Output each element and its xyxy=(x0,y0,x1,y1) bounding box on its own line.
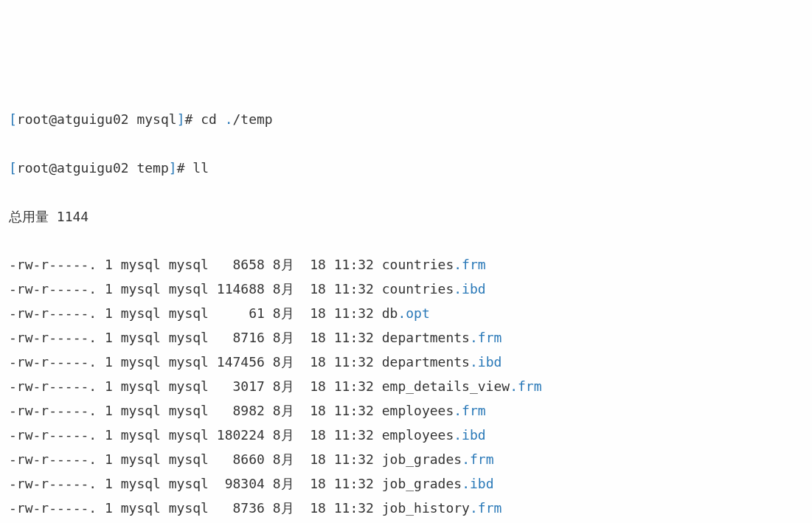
at-symbol: @ xyxy=(49,160,57,176)
file-group: mysql xyxy=(161,281,209,297)
file-time: 11:32 xyxy=(326,451,374,467)
file-links: 1 xyxy=(97,451,113,467)
file-row: -rw-r-----. 1 mysql mysql 8660 8月 18 11:… xyxy=(9,448,803,472)
file-month: 8月 xyxy=(265,403,294,418)
file-permissions: -rw-r-----. xyxy=(9,305,97,321)
file-owner: mysql xyxy=(113,330,161,345)
file-size: 8736 xyxy=(209,500,265,516)
file-day: 18 xyxy=(294,281,326,297)
file-extension: .frm xyxy=(510,378,541,394)
file-extension: .ibd xyxy=(462,476,493,491)
file-time: 11:32 xyxy=(326,378,374,394)
file-month: 8月 xyxy=(265,257,294,272)
file-time: 11:32 xyxy=(326,257,374,272)
file-group: mysql xyxy=(161,427,209,443)
file-size: 8982 xyxy=(209,403,265,418)
file-permissions: -rw-r-----. xyxy=(9,330,97,345)
file-links: 1 xyxy=(97,354,113,370)
prompt-line-1: [root@atguigu02 mysql]# cd ./temp xyxy=(9,108,803,132)
file-owner: mysql xyxy=(113,305,161,321)
file-time: 11:32 xyxy=(326,330,374,345)
file-name: countries xyxy=(374,281,454,297)
file-owner: mysql xyxy=(113,476,161,491)
file-listing: -rw-r-----. 1 mysql mysql 8658 8月 18 11:… xyxy=(9,253,803,523)
prompt-dir: temp xyxy=(136,160,168,176)
file-time: 11:32 xyxy=(326,500,374,516)
file-day: 18 xyxy=(294,378,326,394)
prompt-host: atguigu02 xyxy=(57,160,129,176)
file-size: 147456 xyxy=(209,354,265,370)
file-row: -rw-r-----. 1 mysql mysql 3017 8月 18 11:… xyxy=(9,375,803,399)
prompt-host: atguigu02 xyxy=(57,111,129,127)
file-month: 8月 xyxy=(265,378,294,394)
file-month: 8月 xyxy=(265,305,294,321)
file-owner: mysql xyxy=(113,403,161,418)
file-day: 18 xyxy=(294,403,326,418)
bracket-close: ] xyxy=(169,160,177,176)
file-permissions: -rw-r-----. xyxy=(9,378,97,394)
file-permissions: -rw-r-----. xyxy=(9,403,97,418)
file-month: 8月 xyxy=(265,330,294,345)
file-row: -rw-r-----. 1 mysql mysql 114688 8月 18 1… xyxy=(9,277,803,302)
file-permissions: -rw-r-----. xyxy=(9,451,97,467)
file-permissions: -rw-r-----. xyxy=(9,257,97,272)
bracket-close: ] xyxy=(177,111,185,127)
file-size: 180224 xyxy=(209,427,265,443)
file-extension: .ibd xyxy=(470,354,502,370)
file-name: db xyxy=(374,305,398,321)
file-owner: mysql xyxy=(113,427,161,443)
file-month: 8月 xyxy=(265,427,294,443)
file-row: -rw-r-----. 1 mysql mysql 61 8月 18 11:32… xyxy=(9,302,803,326)
file-size: 3017 xyxy=(209,378,265,394)
file-time: 11:32 xyxy=(326,476,374,491)
file-size: 8658 xyxy=(209,257,265,272)
file-time: 11:32 xyxy=(326,281,374,297)
file-time: 11:32 xyxy=(326,427,374,443)
file-name: countries xyxy=(374,257,454,272)
file-links: 1 xyxy=(97,403,113,418)
file-size: 8716 xyxy=(209,330,265,345)
file-extension: .ibd xyxy=(454,427,485,443)
file-size: 98304 xyxy=(209,476,265,491)
file-row: -rw-r-----. 1 mysql mysql 8658 8月 18 11:… xyxy=(9,253,803,277)
file-row: -rw-r-----. 1 mysql mysql 8716 8月 18 11:… xyxy=(9,326,803,350)
prompt-user: root xyxy=(17,160,49,176)
file-size: 8660 xyxy=(209,451,265,467)
file-name: employees xyxy=(374,427,454,443)
file-name: job_grades xyxy=(374,451,462,467)
file-links: 1 xyxy=(97,257,113,272)
file-extension: .frm xyxy=(470,330,502,345)
file-name: employees xyxy=(374,403,454,418)
file-row: -rw-r-----. 1 mysql mysql 180224 8月 18 1… xyxy=(9,423,803,448)
file-permissions: -rw-r-----. xyxy=(9,500,97,516)
file-owner: mysql xyxy=(113,257,161,272)
file-group: mysql xyxy=(161,403,209,418)
file-row: -rw-r-----. 1 mysql mysql 147456 8月 18 1… xyxy=(9,350,803,375)
file-owner: mysql xyxy=(113,354,161,370)
file-links: 1 xyxy=(97,427,113,443)
file-name: departments xyxy=(374,330,470,345)
file-permissions: -rw-r-----. xyxy=(9,354,97,370)
command-cd: cd xyxy=(201,111,225,127)
total-label: 总用量 xyxy=(9,209,57,224)
file-group: mysql xyxy=(161,476,209,491)
file-day: 18 xyxy=(294,257,326,272)
command-dot: . xyxy=(225,111,233,127)
file-links: 1 xyxy=(97,378,113,394)
file-group: mysql xyxy=(161,500,209,516)
file-permissions: -rw-r-----. xyxy=(9,476,97,491)
command-path: /temp xyxy=(233,111,273,127)
file-links: 1 xyxy=(97,330,113,345)
file-day: 18 xyxy=(294,451,326,467)
prompt-dir: mysql xyxy=(136,111,176,127)
file-group: mysql xyxy=(161,451,209,467)
file-links: 1 xyxy=(97,500,113,516)
file-permissions: -rw-r-----. xyxy=(9,281,97,297)
file-row: -rw-r-----. 1 mysql mysql 98304 8月 18 11… xyxy=(9,472,803,496)
file-group: mysql xyxy=(161,330,209,345)
file-day: 18 xyxy=(294,500,326,516)
file-month: 8月 xyxy=(265,500,294,516)
file-day: 18 xyxy=(294,305,326,321)
prompt-line-2: [root@atguigu02 temp]# ll xyxy=(9,156,803,181)
file-time: 11:32 xyxy=(326,305,374,321)
